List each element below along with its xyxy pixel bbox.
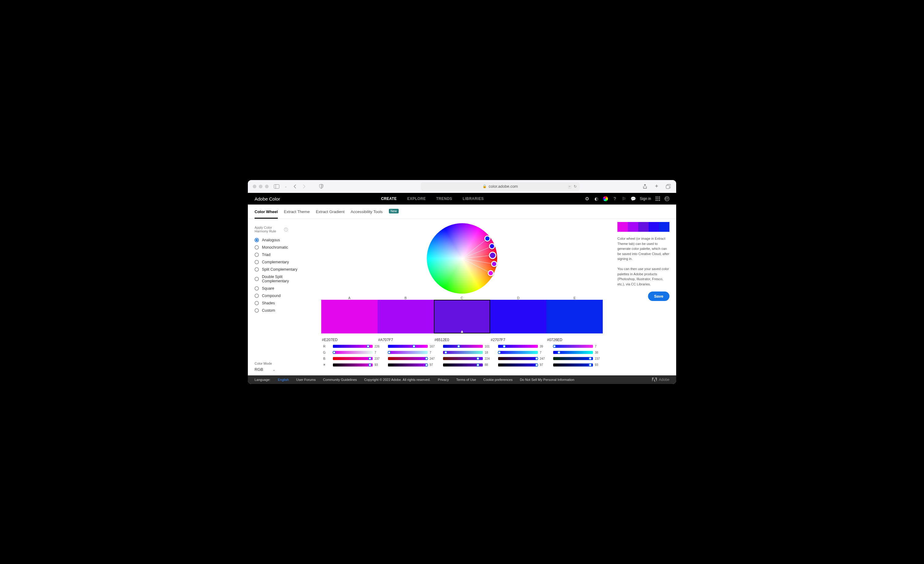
info-icon[interactable]: ? <box>284 227 288 232</box>
harmony-option-shades[interactable]: Shades <box>255 301 307 305</box>
chat-icon[interactable]: 💬 <box>631 196 636 201</box>
swatch-e[interactable] <box>546 300 603 334</box>
new-tab-icon[interactable]: + <box>654 183 660 190</box>
slider-value: 101 <box>484 345 493 348</box>
harmony-option-double-split-complementary[interactable]: Double Split Complementary <box>255 275 307 283</box>
hex-value[interactable]: #2707F7 <box>490 338 546 342</box>
harmony-option-analogous[interactable]: Analogous <box>255 238 307 242</box>
nav-libraries[interactable]: LIBRARIES <box>463 197 484 201</box>
svg-point-12 <box>665 197 669 201</box>
slider-r[interactable]: 226 <box>333 345 382 348</box>
slider-r[interactable]: 101 <box>443 345 493 348</box>
slider-r[interactable]: 39 <box>498 345 548 348</box>
swatch-b[interactable] <box>378 300 434 334</box>
footer-dns[interactable]: Do Not Sell My Personal Information <box>520 378 574 382</box>
tab-accessibility[interactable]: Accessibility Tools <box>351 209 383 219</box>
hex-value[interactable]: #A707F7 <box>378 338 434 342</box>
slider-l[interactable]: 93 <box>333 363 382 367</box>
alert-icon[interactable]: ⚐ <box>621 196 626 201</box>
swatch-label: C <box>461 296 463 300</box>
help-icon[interactable]: ? <box>612 196 617 201</box>
radio-icon <box>255 238 259 242</box>
slider-g[interactable]: 7 <box>388 351 438 354</box>
swatch-a[interactable] <box>321 300 378 334</box>
slider-g[interactable]: 38 <box>553 351 603 354</box>
share-icon[interactable] <box>642 183 648 190</box>
footer-user-forums[interactable]: User Forums <box>296 378 316 382</box>
slider-b[interactable]: 224 <box>443 357 493 360</box>
radio-icon <box>255 260 259 264</box>
harmony-option-monochromatic[interactable]: Monochromatic <box>255 245 307 250</box>
footer-privacy[interactable]: Privacy <box>438 378 449 382</box>
svg-rect-0 <box>274 184 279 188</box>
sidebar-icon[interactable] <box>273 183 280 190</box>
creative-cloud-icon[interactable] <box>664 196 669 201</box>
reload-icon[interactable]: ↻ <box>574 184 577 189</box>
color-wheel-icon[interactable] <box>603 196 608 201</box>
slider-value: 247 <box>430 357 438 360</box>
tab-color-wheel[interactable]: Color Wheel <box>255 209 278 219</box>
slider-r[interactable]: 167 <box>388 345 438 348</box>
wheel-handle[interactable] <box>489 243 495 249</box>
color-wheel[interactable] <box>427 223 497 294</box>
close-window-icon[interactable] <box>253 185 256 188</box>
nav-create[interactable]: CREATE <box>381 197 396 201</box>
apps-icon[interactable] <box>656 196 660 201</box>
contrast-icon[interactable]: ◐ <box>594 196 599 201</box>
preview-swatch <box>628 222 638 232</box>
footer-language[interactable]: English <box>278 378 289 382</box>
nav-explore[interactable]: EXPLORE <box>407 197 426 201</box>
wheel-handle[interactable] <box>489 252 496 259</box>
translate-icon[interactable]: 🀄︎ <box>568 184 571 189</box>
harmony-option-split-complementary[interactable]: Split Complementary <box>255 267 307 272</box>
nav-trends[interactable]: TRENDS <box>436 197 452 201</box>
chevron-down-icon[interactable]: ⌄ <box>283 183 289 190</box>
slider-b[interactable]: 247 <box>388 357 438 360</box>
wheel-handle[interactable] <box>484 235 490 242</box>
swatch-d[interactable] <box>490 300 546 334</box>
color-mode-select[interactable]: RGB ⌄ <box>255 367 307 372</box>
footer-terms[interactable]: Terms of Use <box>456 378 476 382</box>
slider-l[interactable]: 88 <box>443 363 493 367</box>
slider-b[interactable]: 247 <box>498 357 548 360</box>
shield-icon[interactable] <box>318 183 324 190</box>
harmony-option-complementary[interactable]: Complementary <box>255 260 307 264</box>
zoom-window-icon[interactable] <box>265 185 268 188</box>
save-button[interactable]: Save <box>648 292 669 301</box>
slider-l[interactable]: 93 <box>553 363 603 367</box>
footer-cookies[interactable]: Cookie preferences <box>483 378 513 382</box>
tabs-icon[interactable] <box>665 183 671 190</box>
harmony-option-compound[interactable]: Compound <box>255 294 307 298</box>
back-icon[interactable] <box>292 183 298 190</box>
url-bar[interactable]: 🔒 color.adobe.com 🀄︎ ↻ <box>421 182 580 191</box>
tab-extract-theme[interactable]: Extract Theme <box>284 209 310 219</box>
forward-icon[interactable] <box>301 183 307 190</box>
harmony-option-custom[interactable]: Custom <box>255 308 307 313</box>
slider-l[interactable]: 97 <box>498 363 548 367</box>
harmony-label: Apply Color Harmony Rule ? <box>255 226 307 233</box>
slider-value: 38 <box>595 351 603 354</box>
tab-extract-gradient[interactable]: Extract Gradient <box>316 209 345 219</box>
slider-r[interactable]: 7 <box>553 345 603 348</box>
swatch-c[interactable] <box>434 300 490 334</box>
svg-rect-4 <box>657 197 658 197</box>
slider-b[interactable]: 237 <box>333 357 382 360</box>
slider-g[interactable]: 18 <box>443 351 493 354</box>
slider-g[interactable]: 7 <box>498 351 548 354</box>
hex-value[interactable]: #6512E0 <box>434 338 490 342</box>
window-controls <box>253 185 268 188</box>
hex-value[interactable]: #E207ED <box>321 338 378 342</box>
sign-in-link[interactable]: Sign in <box>640 197 651 201</box>
wheel-handle[interactable] <box>488 270 494 276</box>
slider-g[interactable]: 7 <box>333 351 382 354</box>
harmony-option-triad[interactable]: Triad <box>255 253 307 257</box>
star-icon[interactable]: ✪ <box>585 196 590 201</box>
minimize-window-icon[interactable] <box>259 185 262 188</box>
hex-value[interactable]: #0726ED <box>546 338 603 342</box>
harmony-option-square[interactable]: Square <box>255 286 307 290</box>
slider-b[interactable]: 237 <box>553 357 603 360</box>
footer-community[interactable]: Community Guidelines <box>323 378 357 382</box>
svg-rect-3 <box>656 197 657 197</box>
wheel-handle[interactable] <box>491 261 497 267</box>
slider-l[interactable]: 97 <box>388 363 438 367</box>
